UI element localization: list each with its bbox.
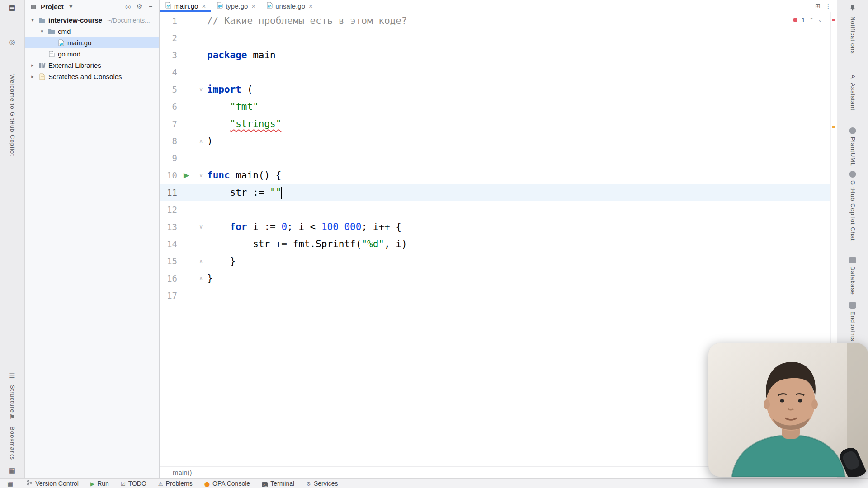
- code-line-8[interactable]: 8∧): [160, 132, 830, 150]
- code-line-6[interactable]: 6 "fmt": [160, 98, 830, 115]
- fold-end-icon[interactable]: ∧: [199, 258, 203, 264]
- code-line-12[interactable]: 12: [160, 201, 830, 218]
- gutter[interactable]: [177, 115, 207, 132]
- tab-main-go[interactable]: gomain.go×: [160, 0, 212, 12]
- code-line-13[interactable]: 13∨ for i := 0; i < 100_000; i++ {: [160, 218, 830, 235]
- commit-tool-icon[interactable]: ◎: [8, 38, 16, 46]
- status-item-services[interactable]: ⚙Services: [306, 480, 338, 487]
- code-line-10[interactable]: 10▶∨func main() {: [160, 167, 830, 184]
- breadcrumb-item-main[interactable]: main(): [173, 469, 192, 476]
- split-editor-icon[interactable]: ⊞: [815, 2, 821, 9]
- next-problem-icon[interactable]: ⌄: [818, 17, 822, 23]
- locate-file-icon[interactable]: ◎: [124, 3, 132, 10]
- svg-text:go: go: [268, 5, 272, 8]
- notifications-bell-icon[interactable]: [849, 4, 857, 12]
- run-main-icon[interactable]: ▶: [184, 172, 189, 179]
- tree-item-label: cmd: [58, 28, 71, 35]
- project-tool-icon[interactable]: ▤: [8, 4, 16, 12]
- tool-button-structure[interactable]: Structure: [9, 385, 16, 413]
- chevron-right-icon[interactable]: ▸: [29, 74, 36, 80]
- warning-stripe-mark[interactable]: [832, 126, 835, 128]
- console-icon: ⬤: [204, 480, 210, 487]
- tool-button-database[interactable]: Database: [849, 257, 856, 295]
- chevron-down-icon[interactable]: ▾: [39, 28, 45, 34]
- gutter[interactable]: ∧: [177, 132, 207, 150]
- status-item-terminal[interactable]: >_Terminal: [262, 480, 294, 487]
- fold-end-icon[interactable]: ∧: [199, 138, 203, 144]
- gutter[interactable]: [177, 29, 207, 47]
- tree-item-scratches-and-consoles[interactable]: ▸Scratches and Consoles: [25, 71, 159, 82]
- error-stripe-mark[interactable]: [832, 19, 835, 21]
- prev-problem-icon[interactable]: ⌃: [809, 17, 814, 23]
- tool-button-label: GitHub Copilot Chat: [849, 180, 856, 241]
- tree-item-interview-course[interactable]: ▾interview-course~/Documents...: [25, 14, 159, 26]
- gutter[interactable]: [177, 47, 207, 64]
- gutter[interactable]: [177, 12, 207, 29]
- gutter[interactable]: [177, 98, 207, 115]
- tool-button-plantuml[interactable]: PlantUML: [849, 127, 856, 166]
- gear-icon[interactable]: ⚙: [135, 3, 143, 10]
- tree-item-cmd[interactable]: ▾cmd: [25, 26, 159, 37]
- code-line-3[interactable]: 3package main: [160, 47, 830, 64]
- gutter[interactable]: ∧: [177, 253, 207, 270]
- scratches-icon: [38, 73, 46, 80]
- tool-button-endpoints[interactable]: Endpoints: [849, 302, 856, 342]
- status-item-run[interactable]: ▶Run: [90, 480, 109, 487]
- layout-icon[interactable]: ▦: [8, 466, 16, 474]
- bookmark-icon[interactable]: ⚑: [8, 413, 16, 421]
- chevron-right-icon[interactable]: ▸: [29, 62, 36, 68]
- fold-start-icon[interactable]: ∨: [199, 173, 203, 178]
- code-line-11[interactable]: 11 str := "": [160, 184, 830, 201]
- gutter[interactable]: ∧: [177, 270, 207, 287]
- gutter[interactable]: ∨: [177, 81, 207, 98]
- status-item-problems[interactable]: ⚠Problems: [158, 480, 193, 487]
- fold-start-icon[interactable]: ∨: [199, 87, 203, 92]
- chevron-down-icon[interactable]: ▾: [29, 17, 36, 23]
- tree-item-main.go[interactable]: gomain.go: [25, 37, 159, 48]
- fold-end-icon[interactable]: ∧: [199, 276, 203, 281]
- code-line-4[interactable]: 4: [160, 64, 830, 81]
- gutter[interactable]: [177, 184, 207, 201]
- project-panel-title[interactable]: Project: [41, 3, 64, 10]
- code-line-9[interactable]: 9: [160, 150, 830, 167]
- tree-item-go.mod[interactable]: go.mod: [25, 48, 159, 60]
- tab-close-icon[interactable]: ×: [202, 2, 206, 10]
- tool-button-bookmarks[interactable]: Bookmarks: [9, 427, 16, 460]
- gutter[interactable]: [177, 287, 207, 304]
- line-number: 15: [160, 253, 177, 270]
- code-line-2[interactable]: 2: [160, 29, 830, 47]
- tab-unsafe-go[interactable]: gounsafe.go×: [261, 0, 319, 12]
- status-item-todo[interactable]: ☑TODO: [121, 480, 146, 487]
- tab-type-go[interactable]: gotype.go×: [212, 0, 261, 12]
- gutter[interactable]: [177, 64, 207, 81]
- code-line-5[interactable]: 5∨import (: [160, 81, 830, 98]
- chevron-down-icon[interactable]: ▾: [67, 3, 75, 10]
- structure-icon[interactable]: ☰: [8, 371, 16, 380]
- fold-start-icon[interactable]: ∨: [199, 224, 203, 230]
- gutter[interactable]: ∨: [177, 218, 207, 235]
- tool-button-ai-assistant[interactable]: AI Assistant: [849, 75, 856, 111]
- tree-item-external-libraries[interactable]: ▸External Libraries: [25, 60, 159, 71]
- tab-close-icon[interactable]: ×: [309, 2, 313, 10]
- gutter[interactable]: [177, 150, 207, 167]
- status-corner-icon[interactable]: ▦: [7, 480, 13, 487]
- gutter[interactable]: ▶∨: [177, 167, 207, 184]
- tab-options-icon[interactable]: ⋮: [825, 2, 831, 9]
- tree-item-label: Scratches and Consoles: [48, 73, 122, 80]
- code-line-15[interactable]: 15∧ }: [160, 253, 830, 270]
- code-line-17[interactable]: 17: [160, 287, 830, 304]
- status-item-version-control[interactable]: Version Control: [27, 480, 79, 487]
- status-item-opa-console[interactable]: ⬤OPA Console: [204, 480, 250, 487]
- code-line-1[interactable]: 1// Какие проблемы есть в этом коде?: [160, 12, 830, 29]
- hide-panel-icon[interactable]: −: [146, 3, 155, 10]
- tool-button-notifications[interactable]: Notifications: [849, 16, 856, 54]
- gutter[interactable]: [177, 235, 207, 253]
- code-line-14[interactable]: 14 str += fmt.Sprintf("%d", i): [160, 235, 830, 253]
- code-line-7[interactable]: 7 "strings": [160, 115, 830, 132]
- inspection-widget[interactable]: 1 ⌃ ⌄: [790, 15, 825, 24]
- tool-button-github-copilot-chat[interactable]: GitHub Copilot Chat: [849, 171, 856, 241]
- gutter[interactable]: [177, 201, 207, 218]
- tab-close-icon[interactable]: ×: [251, 2, 255, 10]
- code-line-16[interactable]: 16∧}: [160, 270, 830, 287]
- tool-button-welcome-copilot[interactable]: Welcome to GitHub Copilot: [9, 74, 16, 156]
